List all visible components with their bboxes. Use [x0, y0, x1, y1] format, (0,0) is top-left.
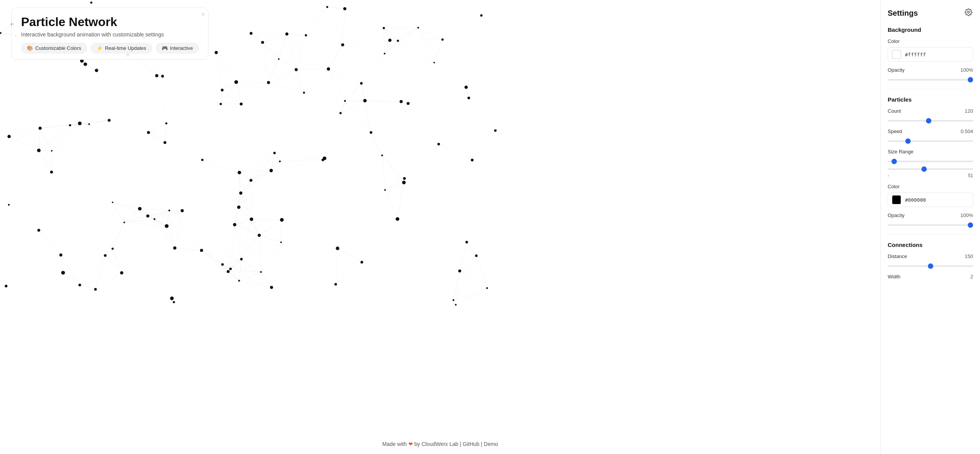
distance-value: 150: [965, 253, 973, 259]
bg-opacity-label: Opacity: [888, 67, 905, 73]
gear-icon: [965, 8, 972, 16]
heart-icon: ❤: [408, 441, 413, 447]
distance-slider[interactable]: [888, 265, 973, 267]
width-label: Width: [888, 274, 900, 280]
distance-label: Distance: [888, 253, 907, 259]
size-range-labels: - 51: [888, 173, 973, 178]
bg-color-row[interactable]: #ffffff: [888, 47, 973, 62]
size-range-dash: -: [888, 173, 889, 178]
count-label: Count: [888, 108, 901, 114]
bg-opacity-slider[interactable]: [888, 79, 973, 81]
footer-text-after: by CloudWerx Lab | GitHub | Demo: [414, 441, 498, 447]
particle-color-hex: #000000: [905, 197, 926, 203]
divider-1: [888, 89, 973, 89]
page-title: Particle Network: [21, 15, 199, 29]
particle-opacity-value: 100%: [960, 212, 973, 218]
gear-button[interactable]: [964, 8, 973, 19]
panel-title: Settings: [888, 9, 918, 18]
distance-label-row: Distance 150: [888, 253, 973, 259]
badge-realtime-label: Real-time Updates: [105, 45, 146, 51]
badges-container: 🎨 Customizable Colors ⚡ Real-time Update…: [21, 43, 199, 53]
settings-panel: Settings Background Color #ffffff Opacit…: [880, 0, 980, 454]
colors-icon: 🎨: [27, 45, 33, 51]
size-range-label-row: Size Range: [888, 149, 973, 155]
badge-interactive: 🎮 Interactive: [156, 43, 199, 53]
size-range-label: Size Range: [888, 149, 913, 155]
bg-opacity-label-row: Opacity 100%: [888, 67, 973, 73]
bg-color-swatch: [892, 50, 901, 59]
interactive-icon: 🎮: [162, 45, 168, 51]
count-label-row: Count 120: [888, 108, 973, 114]
width-value: 2: [970, 274, 973, 280]
badge-colors-label: Customizable Colors: [35, 45, 81, 51]
badge-realtime: ⚡ Real-time Updates: [91, 43, 152, 53]
speed-row: Speed 0.504: [888, 128, 973, 143]
size-range-row: Size Range - 51: [888, 149, 973, 178]
distance-row: Distance 150: [888, 253, 973, 268]
badge-colors: 🎨 Customizable Colors: [21, 43, 87, 53]
bg-color-label: Color: [888, 38, 973, 44]
realtime-icon: ⚡: [97, 45, 103, 51]
particle-opacity-slider[interactable]: [888, 224, 973, 226]
footer-text-before: Made with: [382, 441, 408, 447]
particles-section-title: Particles: [888, 96, 973, 103]
canvas-area: Particle Network Interactive background …: [0, 0, 880, 454]
github-link[interactable]: GitHub: [463, 441, 480, 447]
bg-color-hex: #ffffff: [905, 52, 926, 58]
particle-opacity-label: Opacity: [888, 212, 905, 218]
divider-2: [888, 234, 973, 235]
width-label-row: Width 2: [888, 274, 973, 280]
svg-point-0: [968, 12, 970, 13]
particle-color-row[interactable]: #000000: [888, 192, 973, 207]
size-min-slider[interactable]: [888, 161, 973, 162]
demo-link[interactable]: Demo: [484, 441, 498, 447]
particle-color-label: Color: [888, 184, 973, 189]
page-subtitle: Interactive background animation with cu…: [21, 31, 199, 38]
count-value: 120: [965, 108, 973, 114]
background-section: Background Color #ffffff Opacity 100%: [888, 26, 973, 82]
particle-opacity-row: Opacity 100%: [888, 212, 973, 227]
speed-label: Speed: [888, 128, 902, 134]
background-section-title: Background: [888, 26, 973, 33]
header-card: Particle Network Interactive background …: [11, 8, 208, 60]
badge-interactive-label: Interactive: [170, 45, 193, 51]
count-row: Count 120: [888, 108, 973, 123]
size-max-slider[interactable]: [888, 168, 973, 170]
connections-section: Connections Distance 150 Width 2: [888, 242, 973, 280]
speed-value: 0.504: [960, 128, 973, 134]
connections-section-title: Connections: [888, 242, 973, 248]
speed-slider[interactable]: [888, 140, 973, 142]
particle-color-swatch: [892, 195, 901, 204]
panel-header: Settings: [888, 8, 973, 19]
size-range-sliders: [888, 157, 973, 171]
particle-canvas[interactable]: [0, 0, 880, 454]
count-slider[interactable]: [888, 120, 973, 122]
bg-opacity-value: 100%: [960, 67, 973, 73]
particles-section: Particles Count 120 Speed 0.504 Size Ran…: [888, 96, 973, 227]
speed-label-row: Speed 0.504: [888, 128, 973, 134]
bg-opacity-row: Opacity 100%: [888, 67, 973, 82]
footer: Made with ❤ by CloudWerx Lab | GitHub | …: [382, 441, 498, 447]
width-row: Width 2: [888, 274, 973, 280]
particle-opacity-label-row: Opacity 100%: [888, 212, 973, 218]
size-range-max-val: 51: [968, 173, 973, 178]
